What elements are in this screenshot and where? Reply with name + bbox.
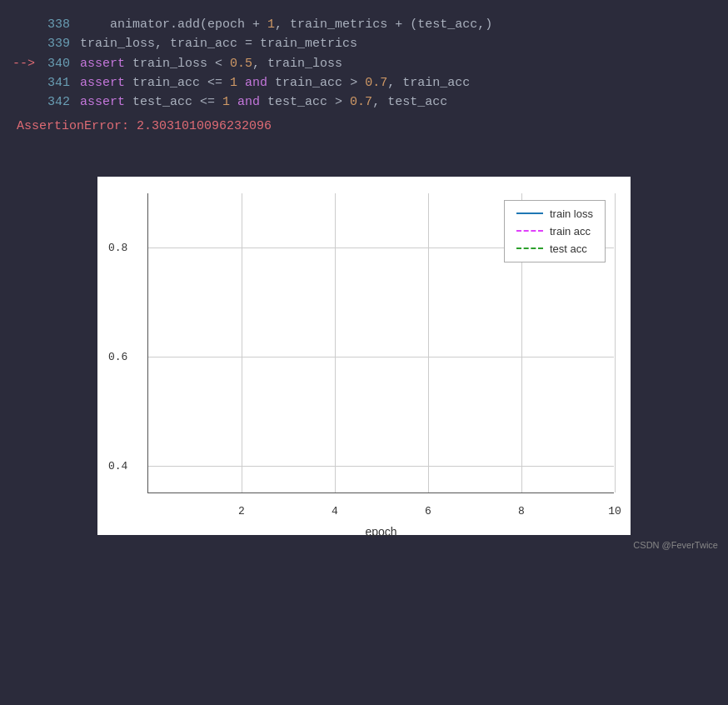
- line-num-338: 338: [38, 15, 80, 34]
- x-label-4: 4: [332, 505, 338, 518]
- grid-v-6: [428, 193, 429, 492]
- chart-plot-area: 0.8 0.6 0.4 2 4 6 8 10 epoch train loss …: [147, 193, 614, 493]
- line-num-339: 339: [38, 34, 80, 53]
- line-num-342: 342: [38, 92, 80, 112]
- chart-container: 0.8 0.6 0.4 2 4 6 8 10 epoch train loss …: [97, 177, 631, 535]
- x-axis-title: epoch: [365, 525, 396, 538]
- legend-train-acc: train acc: [516, 225, 593, 238]
- code-line-338: 338 animator.add(epoch + 1, train_metric…: [8, 15, 720, 34]
- x-label-10: 10: [608, 505, 621, 518]
- legend-line-test-acc: [516, 248, 543, 249]
- grid-h-04: [148, 466, 614, 467]
- legend-label-train-loss: train loss: [550, 208, 593, 220]
- code-line-340: --> 340 assert train_loss < 0.5, train_l…: [8, 54, 720, 73]
- chart-legend: train loss train acc test acc: [504, 200, 606, 262]
- legend-line-train-acc: [516, 230, 543, 232]
- legend-label-test-acc: test acc: [550, 242, 587, 255]
- watermark: CSDN @FeverTwice: [0, 535, 728, 555]
- grid-v-4: [335, 193, 336, 492]
- line-num-340: 340: [38, 54, 80, 73]
- error-message: AssertionError: 2.3031010096232096: [17, 117, 720, 136]
- code-line-341: 341 assert train_acc <= 1 and train_acc …: [8, 73, 720, 92]
- code-line-342: 342 assert test_acc <= 1 and test_acc > …: [8, 92, 720, 112]
- grid-v-2: [242, 193, 242, 492]
- grid-v-10: [615, 193, 616, 492]
- x-label-8: 8: [518, 505, 525, 518]
- legend-line-train-loss: [516, 212, 543, 214]
- legend-label-train-acc: train acc: [550, 225, 591, 238]
- y-label-06: 0.6: [108, 350, 127, 362]
- code-block: 338 animator.add(epoch + 1, train_metric…: [0, 0, 728, 152]
- code-line-339: 339 train_loss, train_acc = train_metric…: [8, 34, 720, 53]
- grid-h-06: [148, 357, 614, 358]
- legend-train-loss: train loss: [516, 208, 593, 220]
- y-label-04: 0.4: [108, 459, 127, 472]
- line-num-341: 341: [38, 73, 80, 92]
- legend-test-acc: test acc: [516, 242, 593, 255]
- arrow-340: -->: [8, 54, 38, 73]
- x-label-2: 2: [238, 505, 245, 518]
- x-label-6: 6: [425, 505, 431, 518]
- y-label-08: 0.8: [108, 241, 127, 253]
